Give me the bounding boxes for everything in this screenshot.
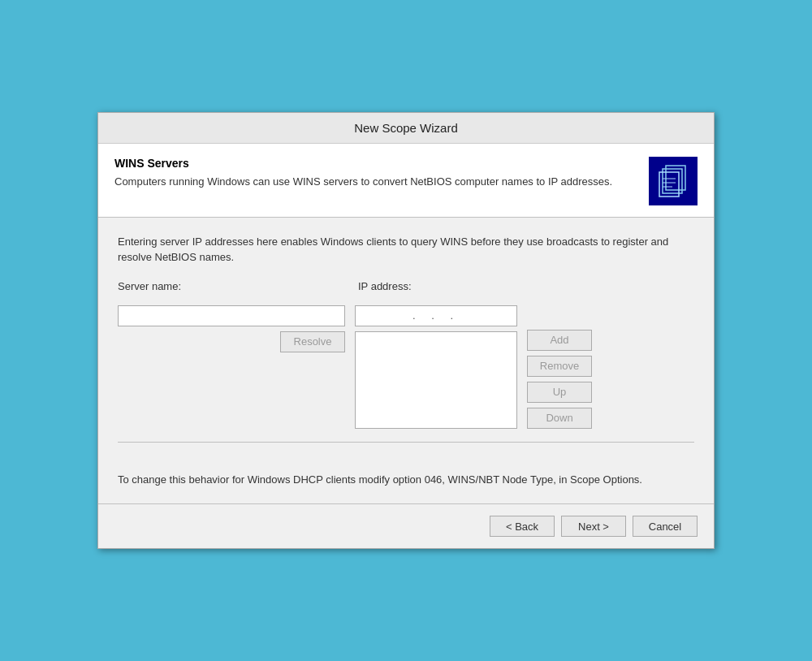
bottom-note: To change this behavior for Windows DHCP… (118, 459, 694, 488)
up-button[interactable]: Up (527, 382, 592, 403)
middle-area: Resolve Add Remove Up Down (118, 305, 694, 429)
header-title: WINS Servers (114, 157, 636, 170)
remove-button[interactable]: Remove (527, 356, 592, 377)
back-button[interactable]: < Back (490, 516, 555, 537)
ip-address-label: IP address: (358, 280, 520, 292)
wins-icon (649, 157, 698, 205)
server-name-input[interactable] (118, 305, 345, 326)
ip-address-group: IP address: (358, 280, 520, 296)
ip-list-box[interactable] (355, 331, 517, 429)
add-button[interactable]: Add (527, 330, 592, 351)
ip-address-input[interactable] (355, 305, 517, 326)
resolve-button[interactable]: Resolve (280, 331, 345, 352)
header-section: WINS Servers Computers running Windows c… (98, 144, 714, 218)
content-section: Entering server IP addresses here enable… (98, 218, 714, 504)
header-description: Computers running Windows can use WINS s… (114, 175, 636, 189)
header-text: WINS Servers Computers running Windows c… (114, 157, 636, 189)
content-divider (118, 442, 694, 443)
wizard-window: New Scope Wizard WINS Servers Computers … (97, 112, 715, 550)
next-button[interactable]: Next > (561, 516, 626, 537)
cancel-button[interactable]: Cancel (633, 516, 698, 537)
footer: < Back Next > Cancel (98, 503, 714, 548)
intro-text: Entering server IP addresses here enable… (118, 234, 694, 266)
fields-row: Server name: IP address: (118, 280, 694, 296)
side-buttons: Add Remove Up Down (527, 330, 592, 429)
ip-address-col (355, 305, 517, 429)
window-title: New Scope Wizard (354, 121, 458, 135)
title-bar: New Scope Wizard (98, 113, 714, 144)
wins-icon-svg (653, 161, 693, 201)
server-name-group: Server name: (118, 280, 345, 296)
left-col: Resolve (118, 305, 345, 352)
down-button[interactable]: Down (527, 408, 592, 429)
resolve-row: Resolve (118, 331, 345, 352)
server-name-label: Server name: (118, 280, 345, 292)
